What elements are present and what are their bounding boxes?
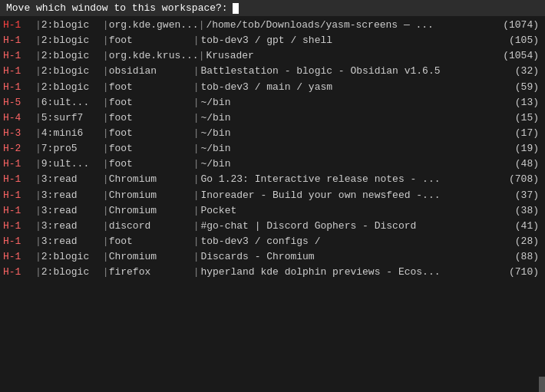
table-row[interactable]: H-1 | 2:blogic | org.kde.gwen... | /home… bbox=[0, 18, 545, 33]
pipe-3: | bbox=[193, 33, 200, 48]
col-host: 3:read bbox=[41, 172, 103, 187]
pipe-2: | bbox=[103, 48, 109, 64]
col-app: Chromium bbox=[109, 188, 193, 203]
table-row[interactable]: H-1 | 3:read | Chromium | Go 1.23: Inter… bbox=[0, 172, 545, 187]
col-workspace: H-1 bbox=[3, 265, 35, 280]
col-workspace: H-4 bbox=[3, 110, 35, 126]
col-title: Krusader bbox=[204, 48, 503, 64]
col-app: Chromium bbox=[109, 203, 193, 219]
col-app: org.kde.gwen... bbox=[109, 18, 199, 33]
pipe-1: | bbox=[35, 95, 41, 110]
table-row[interactable]: H-1 | 2:blogic | org.kde.krus... | Krusa… bbox=[0, 48, 545, 64]
col-workspace: H-3 bbox=[3, 126, 35, 141]
pipe-3: | bbox=[193, 95, 200, 110]
table-row[interactable]: H-5 | 6:ult... | foot | ~/bin (13) bbox=[0, 95, 545, 110]
col-workspace: H-1 bbox=[3, 234, 35, 249]
col-workspace: H-1 bbox=[3, 156, 35, 172]
col-workspace: H-1 bbox=[3, 18, 35, 33]
col-app: foot bbox=[109, 33, 193, 48]
prompt-text: Move which window to this workspace?: bbox=[6, 2, 228, 14]
col-id: (19) bbox=[504, 141, 542, 156]
col-app: foot bbox=[109, 234, 193, 249]
table-row[interactable]: H-3 | 4:mini6 | foot | ~/bin (17) bbox=[0, 126, 545, 141]
col-id: (15) bbox=[504, 110, 542, 126]
pipe-1: | bbox=[35, 172, 41, 187]
col-title: ~/bin bbox=[199, 156, 504, 172]
pipe-3: | bbox=[193, 188, 200, 203]
table-row[interactable]: H-1 | 3:read | discord | #go-chat | Disc… bbox=[0, 219, 545, 234]
pipe-1: | bbox=[35, 249, 41, 265]
col-host: 2:blogic bbox=[41, 265, 103, 280]
col-workspace: H-5 bbox=[3, 95, 35, 110]
pipe-3: | bbox=[193, 80, 200, 95]
pipe-2: | bbox=[103, 234, 109, 249]
col-id: (59) bbox=[504, 80, 542, 95]
col-workspace: H-2 bbox=[3, 141, 35, 156]
table-row[interactable]: H-4 | 5:surf7 | foot | ~/bin (15) bbox=[0, 110, 545, 126]
col-host: 2:blogic bbox=[41, 48, 103, 64]
col-host: 3:read bbox=[41, 234, 103, 249]
col-host: 3:read bbox=[41, 188, 103, 203]
window-list: H-1 | 2:blogic | org.kde.gwen... | /home… bbox=[0, 16, 545, 282]
col-title: #go-chat | Discord Gophers - Discord bbox=[199, 219, 504, 234]
pipe-2: | bbox=[103, 80, 109, 95]
col-id: (38) bbox=[504, 203, 542, 219]
pipe-3: | bbox=[193, 234, 200, 249]
col-id: (28) bbox=[504, 234, 542, 249]
title-bar: Move which window to this workspace?: bbox=[0, 0, 545, 16]
pipe-2: | bbox=[103, 64, 109, 79]
pipe-3: | bbox=[199, 18, 205, 33]
col-title: tob-dev3 / main / yasm bbox=[199, 80, 504, 95]
col-app: foot bbox=[109, 141, 193, 156]
col-host: 9:ult... bbox=[41, 156, 103, 172]
pipe-2: | bbox=[103, 141, 109, 156]
col-id: (710) bbox=[504, 265, 542, 280]
pipe-1: | bbox=[35, 234, 41, 249]
col-app: foot bbox=[109, 156, 193, 172]
pipe-2: | bbox=[103, 249, 109, 265]
col-title: ~/bin bbox=[199, 126, 504, 141]
pipe-2: | bbox=[103, 95, 109, 110]
pipe-3: | bbox=[193, 141, 200, 156]
col-id: (37) bbox=[504, 188, 542, 203]
table-row[interactable]: H-1 | 9:ult... | foot | ~/bin (48) bbox=[0, 156, 545, 172]
col-workspace: H-1 bbox=[3, 172, 35, 187]
pipe-3: | bbox=[193, 156, 200, 172]
table-row[interactable]: H-2 | 7:pro5 | foot | ~/bin (19) bbox=[0, 141, 545, 156]
pipe-1: | bbox=[35, 18, 41, 33]
pipe-1: | bbox=[35, 219, 41, 234]
col-app: foot bbox=[109, 110, 193, 126]
col-id: (105) bbox=[504, 33, 542, 48]
scrollbar[interactable] bbox=[539, 377, 545, 392]
col-title: Pocket bbox=[199, 203, 504, 219]
pipe-3: | bbox=[193, 203, 200, 219]
pipe-3: | bbox=[193, 219, 200, 234]
table-row[interactable]: H-1 | 2:blogic | foot | tob-dev3 / main … bbox=[0, 80, 545, 95]
pipe-1: | bbox=[35, 265, 41, 280]
table-row[interactable]: H-1 | 2:blogic | obsidian | Battlestatio… bbox=[0, 64, 545, 79]
col-title: Battlestation - blogic - Obsidian v1.6.5 bbox=[199, 64, 504, 79]
table-row[interactable]: H-1 | 2:blogic | firefox | hyperland kde… bbox=[0, 265, 545, 280]
pipe-3: | bbox=[193, 110, 200, 126]
table-row[interactable]: H-1 | 3:read | foot | tob-dev3 / configs… bbox=[0, 234, 545, 249]
pipe-1: | bbox=[35, 33, 41, 48]
col-workspace: H-1 bbox=[3, 219, 35, 234]
input-cursor bbox=[233, 3, 239, 14]
table-row[interactable]: H-1 | 2:blogic | foot | tob-dev3 / gpt /… bbox=[0, 33, 545, 48]
table-row[interactable]: H-1 | 3:read | Chromium | Pocket (38) bbox=[0, 203, 545, 219]
pipe-1: | bbox=[35, 156, 41, 172]
col-host: 2:blogic bbox=[41, 33, 103, 48]
col-app: foot bbox=[109, 80, 193, 95]
pipe-2: | bbox=[103, 219, 109, 234]
table-row[interactable]: H-1 | 2:blogic | Chromium | Discards - C… bbox=[0, 249, 545, 265]
table-row[interactable]: H-1 | 3:read | Chromium | Inoreader - Bu… bbox=[0, 188, 545, 203]
col-app: org.kde.krus... bbox=[109, 48, 199, 64]
pipe-1: | bbox=[35, 126, 41, 141]
col-title: tob-dev3 / configs / bbox=[199, 234, 504, 249]
pipe-1: | bbox=[35, 64, 41, 79]
col-app: Chromium bbox=[109, 249, 193, 265]
col-title: Inoreader - Build your own newsfeed -... bbox=[199, 188, 504, 203]
pipe-2: | bbox=[103, 126, 109, 141]
col-workspace: H-1 bbox=[3, 48, 35, 64]
col-app: Chromium bbox=[109, 172, 193, 187]
